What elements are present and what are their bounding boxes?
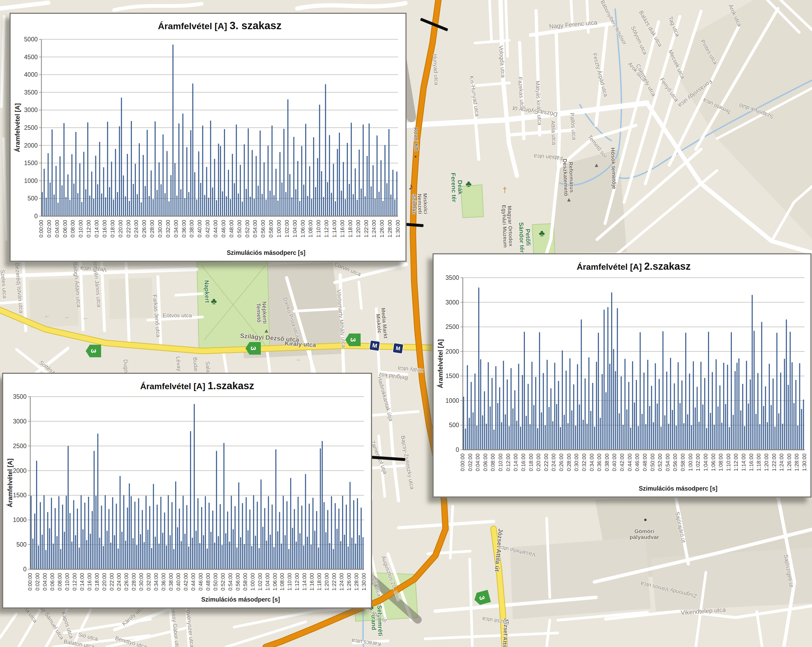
x-tick-label: 0:10:00 <box>78 220 84 238</box>
area-label: Deák Ferenc tér <box>450 173 464 203</box>
x-tick-label: 1:18:00 <box>316 573 322 591</box>
x-tick-label: 1:24:00 <box>778 453 785 471</box>
monument-icon: ▲ <box>566 197 572 203</box>
x-tick-label: 0:10:00 <box>498 453 504 471</box>
chart-panel-szakasz2: 05001000150020002500300035000:00:000:02:… <box>432 253 812 497</box>
y-tick-label: 1500 <box>13 492 26 499</box>
tree-icon: ♣ <box>211 297 217 306</box>
x-tick-label: 1:04:00 <box>703 453 708 471</box>
x-tick-label: 1:10:00 <box>316 220 321 238</box>
x-tick-label: 0:36:00 <box>160 573 166 591</box>
y-tick-label: 3000 <box>24 107 38 113</box>
x-axis-title: Szimulációs másodperc [s] <box>201 596 280 603</box>
x-tick-label: 1:14:00 <box>331 220 337 238</box>
y-tick-label: 4000 <box>24 71 38 78</box>
x-tick-label: 0:02:00 <box>467 453 473 471</box>
y-tick-label: 0 <box>34 213 38 220</box>
oneway-arrow-icon: ← <box>44 312 50 318</box>
x-tick-label: 1:06:00 <box>300 220 306 238</box>
street-label: Mecsek utca <box>667 49 686 80</box>
x-tick-label: 0:52:00 <box>657 453 663 471</box>
x-tick-label: 1:22:00 <box>331 573 337 591</box>
x-tick-label: 0:04:00 <box>475 453 481 471</box>
x-tick-label: 0:18:00 <box>110 220 115 238</box>
street-label: Fazekas utca <box>517 77 525 110</box>
x-tick-label: 0:24:00 <box>551 453 556 471</box>
route-badge-label: 3 <box>89 349 98 353</box>
x-tick-label: 1:26:00 <box>379 220 385 238</box>
route-badge-3: 3 <box>86 344 101 358</box>
x-tick-label: 1:28:00 <box>794 453 800 471</box>
street-label: Berettyó utca <box>114 635 148 647</box>
street-label: Csermely utca <box>635 63 657 98</box>
y-tick-label: 4500 <box>24 54 38 61</box>
x-axis-title: Szimulációs másodperc [s] <box>639 485 717 492</box>
x-tick-label: 0:26:00 <box>124 573 129 591</box>
x-tick-label: 1:00:00 <box>250 573 256 591</box>
x-tick-label: 1:02:00 <box>257 573 263 591</box>
x-tick-label: 1:26:00 <box>346 573 352 591</box>
oneway-arrow-icon: ← <box>64 313 70 320</box>
x-tick-label: 1:30:00 <box>801 453 807 471</box>
street-label: Fenyő utca <box>659 77 679 103</box>
tree-icon: ♣ <box>466 179 472 188</box>
x-tick-label: 1:24:00 <box>371 220 377 238</box>
x-tick-label: 0:24:00 <box>116 573 122 591</box>
x-tick-label: 1:20:00 <box>763 453 769 471</box>
x-tick-label: 0:32:00 <box>581 453 587 471</box>
street-label: Eötvös utca <box>163 312 192 318</box>
x-tick-label: 0:50:00 <box>650 453 655 471</box>
x-tick-label: 0:32:00 <box>165 220 171 238</box>
chart-title: Áramfelvétel [A] 2.szakasz <box>577 261 691 272</box>
x-tick-label: 1:10:00 <box>287 573 292 591</box>
street-label: Temető sor <box>587 134 608 159</box>
street-label: Sió utca <box>78 631 99 642</box>
x-tick-label: 1:20:00 <box>324 573 330 591</box>
x-tick-label: 0:36:00 <box>181 220 187 238</box>
x-tick-label: 0:40:00 <box>197 220 203 238</box>
x-tick-label: 0:32:00 <box>146 573 151 591</box>
x-tick-label: 0:22:00 <box>543 453 549 471</box>
x-tick-label: 1:10:00 <box>725 453 731 471</box>
monument-icon: ▲ <box>264 328 269 334</box>
street-label: Pintes utca <box>699 38 718 65</box>
y-tick-label: 0 <box>456 446 459 453</box>
x-tick-label: 1:28:00 <box>387 220 393 238</box>
street-label: Nagy Ferenc utca <box>549 19 598 30</box>
x-tick-label: 1:06:00 <box>272 573 278 591</box>
x-tick-label: 1:26:00 <box>786 453 792 471</box>
route-badge-label: 3 <box>478 595 487 601</box>
street-label: Feszty Árpád utca <box>591 52 609 97</box>
x-tick-label: 0:46:00 <box>634 453 640 471</box>
street-label: Bezerédj István utca <box>14 263 24 313</box>
chart-svg-szakasz3: 0500100015002000250030003500400045005000… <box>11 14 406 261</box>
street-label: Vörösmarty Mihály utca <box>336 289 346 348</box>
x-tick-label: 0:44:00 <box>627 453 633 471</box>
monument-icon: ▲ <box>594 162 600 168</box>
y-tick-label: 5000 <box>24 36 38 43</box>
x-tick-label: 0:28:00 <box>131 573 137 591</box>
tree-icon: ♣ <box>539 229 545 238</box>
chart-panel-szakasz3: 0500100015002000250030003500400045005000… <box>9 13 406 262</box>
station-icon: ■ <box>644 518 647 522</box>
x-tick-label: 0:08:00 <box>57 573 63 591</box>
x-tick-label: 0:06:00 <box>482 453 488 471</box>
poi-label: Népkerti Temető <box>256 301 268 324</box>
x-tick-label: 0:38:00 <box>604 453 610 471</box>
x-tick-label: 0:20:00 <box>118 220 124 238</box>
x-tick-label: 1:00:00 <box>688 453 693 471</box>
chart-title: Áramfelvétel [A] 3. szakasz <box>158 20 282 31</box>
street-label: Farkas Jenő utca <box>152 294 161 337</box>
x-tick-label: 1:18:00 <box>756 453 762 471</box>
x-tick-label: 0:12:00 <box>86 220 92 238</box>
x-tick-label: 1:00:00 <box>276 220 282 238</box>
x-tick-label: 0:08:00 <box>70 220 76 238</box>
x-tick-label: 0:18:00 <box>94 573 100 591</box>
street-label: Mátyás király utca <box>535 81 543 125</box>
street-label: Tag utca <box>667 16 681 37</box>
y-tick-label: 3000 <box>13 418 26 425</box>
x-tick-label: 0:48:00 <box>642 453 648 471</box>
y-tick-label: 1500 <box>446 372 459 379</box>
x-tick-label: 0:22:00 <box>125 220 131 238</box>
x-tick-label: 0:48:00 <box>229 220 234 238</box>
